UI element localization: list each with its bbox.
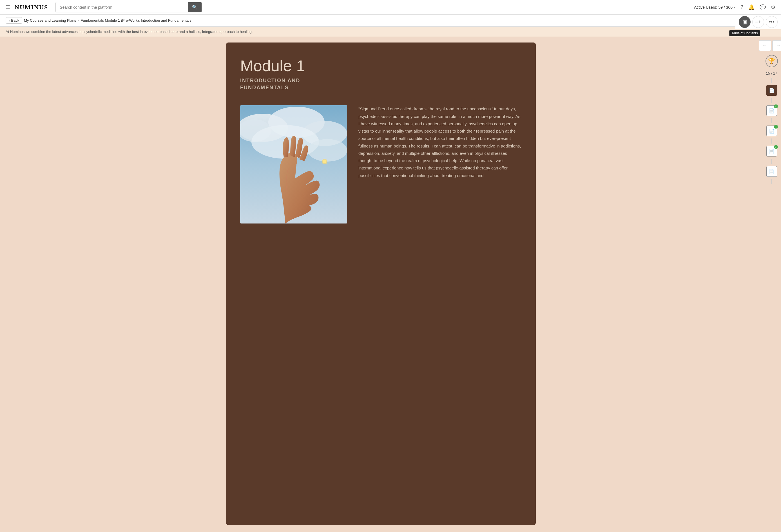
doc-button-4[interactable]: 📄 ✓ (766, 146, 777, 157)
doc-check-icon-3: ✓ (774, 125, 778, 129)
divider-4 (772, 138, 772, 144)
divider-2 (772, 98, 772, 103)
next-icon: → (776, 43, 781, 48)
doc-icon-5: 📄 (769, 169, 775, 174)
module-content-row: "Sigmund Freud once called dreams 'the r… (240, 105, 522, 223)
search-button[interactable]: 🔍 (188, 2, 202, 12)
right-sidebar: ← → 🏆 15 / 17 📄 📄 ✓ 📄 (762, 37, 781, 531)
divider-3 (772, 118, 772, 123)
search-bar: 🔍 (55, 2, 202, 12)
doc-item-2: 📄 ✓ (766, 105, 777, 116)
bell-icon[interactable]: 🔔 (748, 4, 754, 10)
module-body-text: "Sigmund Freud once called dreams 'the r… (358, 105, 522, 179)
svg-point-6 (308, 139, 347, 162)
chat-icon[interactable]: 💬 (759, 4, 766, 10)
module-image (240, 105, 347, 223)
module-card: Module 1 INTRODUCTION AND FUNDAMENTALS (226, 42, 536, 525)
content-action-buttons: ▣ Table of Contents ≡+ ••• (735, 15, 781, 29)
info-banner: At Numinus we combine the latest advance… (0, 27, 781, 37)
module-title: Module 1 (240, 56, 522, 75)
dropdown-arrow-icon[interactable]: ▾ (734, 5, 735, 9)
top-navigation: ☰ NUMINUS 🔍 Active Users: 59 / 300 ▾ ? 🔔… (0, 0, 781, 15)
nav-buttons-row: ← → (759, 40, 781, 51)
table-of-contents-button[interactable]: ▣ (739, 16, 751, 28)
breadcrumb: ‹ Back My Courses and Learning Plans › F… (0, 15, 781, 27)
breadcrumb-current: Fundamentals Module 1 (Pre-Work): Introd… (81, 18, 192, 23)
svg-point-8 (323, 160, 326, 163)
divider-1 (772, 78, 772, 83)
divider-5 (772, 159, 772, 164)
breadcrumb-separator: › (78, 18, 79, 23)
more-icon: ••• (769, 19, 775, 25)
doc-icon-3: 📄 (769, 128, 775, 134)
main-layout: Module 1 INTRODUCTION AND FUNDAMENTALS (0, 37, 781, 531)
help-icon[interactable]: ? (740, 4, 743, 10)
nav-right: Active Users: 59 / 300 ▾ ? 🔔 💬 ⚙ (694, 4, 775, 10)
next-page-button[interactable]: → (772, 40, 781, 51)
toc-button-wrapper: ▣ Table of Contents (739, 16, 751, 28)
more-options-button[interactable]: ••• (766, 16, 778, 28)
prev-icon: ← (763, 43, 767, 48)
doc-item-1: 📄 (766, 85, 777, 96)
settings-icon[interactable]: ⚙ (771, 4, 775, 10)
doc-item-3: 📄 ✓ (766, 126, 777, 136)
back-arrow-icon: ‹ (9, 18, 10, 23)
doc-button-3[interactable]: 📄 ✓ (766, 126, 777, 136)
doc-button-5[interactable]: 📄 (766, 166, 777, 177)
doc-button-1[interactable]: 📄 (766, 85, 777, 96)
prev-page-button[interactable]: ← (759, 40, 771, 51)
doc-check-icon-4: ✓ (774, 145, 778, 149)
logo: NUMINUS (15, 4, 48, 11)
note-icon: ≡+ (755, 19, 761, 25)
hamburger-icon[interactable]: ☰ (6, 4, 10, 10)
doc-icon-1: 📄 (769, 88, 775, 93)
active-users-label: Active Users: 59 / 300 ▾ (694, 5, 735, 9)
doc-item-4: 📄 ✓ (766, 146, 777, 157)
toc-icon: ▣ (742, 19, 747, 25)
doc-icon-4: 📄 (769, 149, 775, 154)
toc-tooltip: Table of Contents (729, 30, 760, 36)
doc-icon-2: 📄 (769, 108, 775, 114)
content-area: Module 1 INTRODUCTION AND FUNDAMENTALS (0, 37, 762, 531)
back-button[interactable]: ‹ Back (6, 17, 22, 24)
doc-button-2[interactable]: 📄 ✓ (766, 105, 777, 116)
doc-check-icon-2: ✓ (774, 105, 778, 108)
search-input[interactable] (56, 3, 188, 12)
module-subtitle: INTRODUCTION AND FUNDAMENTALS (240, 77, 522, 91)
trophy-icon[interactable]: 🏆 (766, 55, 778, 67)
add-note-button[interactable]: ≡+ (752, 16, 764, 28)
doc-item-5: 📄 (766, 166, 777, 177)
divider-6 (772, 179, 772, 184)
breadcrumb-parent[interactable]: My Courses and Learning Plans (24, 18, 76, 23)
page-counter: 15 / 17 (766, 71, 777, 75)
